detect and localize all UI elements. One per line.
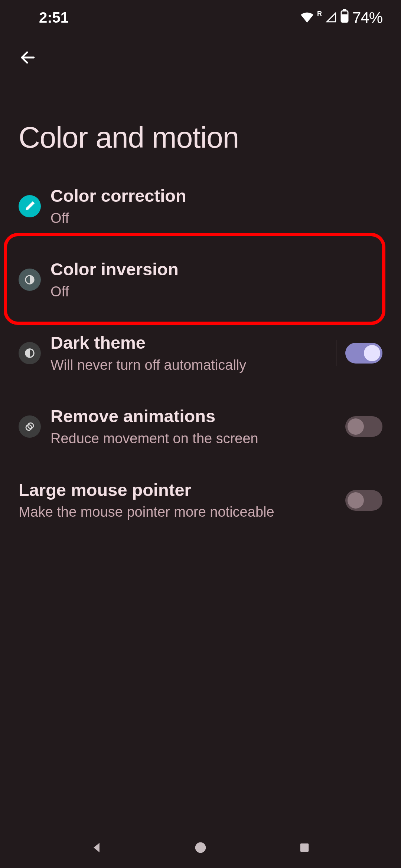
row-title: Large mouse pointer bbox=[19, 479, 338, 501]
nav-back-button[interactable] bbox=[85, 836, 108, 859]
battery-percent: 74% bbox=[352, 9, 382, 27]
nav-home-button[interactable] bbox=[189, 836, 212, 859]
svg-rect-8 bbox=[300, 844, 309, 852]
signal-icon bbox=[326, 9, 337, 26]
row-title: Color correction bbox=[50, 185, 375, 207]
remove-animations-toggle[interactable] bbox=[345, 416, 382, 437]
row-subtitle: Make the mouse pointer more noticeable bbox=[19, 503, 338, 521]
animations-icon bbox=[19, 415, 41, 438]
row-title: Dark theme bbox=[50, 332, 329, 354]
triangle-back-icon bbox=[89, 841, 104, 855]
dark-theme-toggle[interactable] bbox=[345, 343, 382, 364]
square-recent-icon bbox=[298, 841, 311, 854]
toolbar bbox=[0, 35, 401, 80]
status-right: R 74% bbox=[301, 9, 382, 27]
wifi-icon bbox=[301, 9, 313, 26]
circle-home-icon bbox=[193, 841, 208, 855]
eyedropper-icon bbox=[19, 195, 41, 217]
row-remove-animations[interactable]: Remove animations Reduce movement on the… bbox=[0, 390, 401, 463]
row-color-inversion[interactable]: Color inversion Off bbox=[0, 243, 401, 316]
page-title: Color and motion bbox=[0, 80, 401, 170]
svg-rect-2 bbox=[341, 14, 348, 22]
large-mouse-toggle[interactable] bbox=[345, 490, 382, 511]
row-subtitle: Off bbox=[50, 283, 375, 301]
roaming-icon: R bbox=[317, 10, 322, 18]
navigation-bar bbox=[0, 827, 401, 868]
arrow-left-icon bbox=[19, 49, 37, 66]
battery-icon bbox=[340, 9, 349, 26]
nav-recent-button[interactable] bbox=[293, 836, 316, 859]
row-title: Remove animations bbox=[50, 405, 338, 427]
row-title: Color inversion bbox=[50, 259, 375, 280]
back-button[interactable] bbox=[15, 45, 41, 70]
status-time: 2:51 bbox=[39, 9, 69, 26]
status-bar: 2:51 R 74% bbox=[0, 0, 401, 35]
settings-list: Color correction Off Color inversion Off bbox=[0, 170, 401, 537]
row-subtitle: Will never turn off automatically bbox=[50, 356, 329, 374]
row-large-mouse-pointer[interactable]: Large mouse pointer Make the mouse point… bbox=[0, 464, 401, 537]
row-subtitle: Reduce movement on the screen bbox=[50, 430, 338, 448]
dark-theme-icon bbox=[19, 342, 41, 364]
row-dark-theme[interactable]: Dark theme Will never turn off automatic… bbox=[0, 316, 401, 390]
row-subtitle: Off bbox=[50, 209, 375, 227]
divider bbox=[336, 340, 336, 366]
svg-point-7 bbox=[195, 842, 206, 853]
contrast-icon bbox=[19, 269, 41, 291]
row-color-correction[interactable]: Color correction Off bbox=[0, 170, 401, 243]
